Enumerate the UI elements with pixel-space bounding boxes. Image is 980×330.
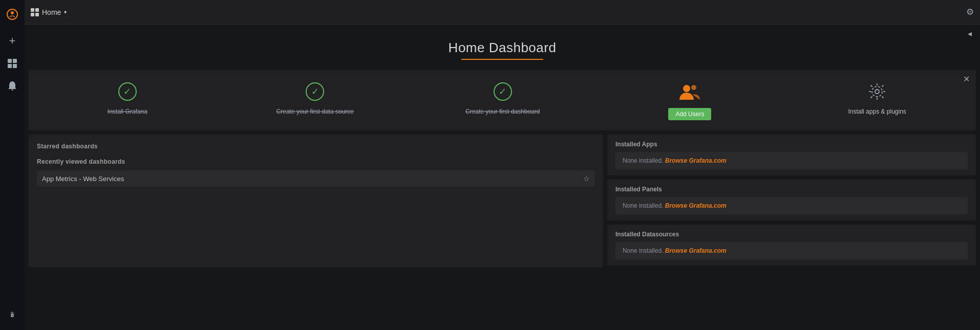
topbar-settings-icon[interactable]: ⚙ xyxy=(966,7,974,17)
installed-apps-panel: Installed Apps None installed. Browse Gr… xyxy=(607,135,976,175)
svg-rect-3 xyxy=(13,59,17,63)
installed-datasources-panel: Installed Datasources None installed. Br… xyxy=(607,225,976,266)
topbar: Home ▾ ⚙ xyxy=(25,0,980,25)
check-circle-datasource: ✓ xyxy=(306,82,324,101)
dashboard-check-icon: ✓ xyxy=(492,80,514,103)
svg-rect-2 xyxy=(8,59,12,63)
browse-grafana-panels-link[interactable]: Browse Grafana.com xyxy=(665,202,727,209)
setup-panel: ✕ ✓ Install Grafana ✓ Create your first … xyxy=(29,70,976,130)
dashboard-item-name: App Metrics - Web Services xyxy=(42,175,124,183)
svg-rect-4 xyxy=(8,64,12,68)
svg-point-9 xyxy=(875,90,879,94)
setup-step-datasource: ✓ Create your first data source xyxy=(276,80,354,115)
dashboard-item[interactable]: App Metrics - Web Services ☆ xyxy=(37,170,595,187)
installed-apps-empty: None installed. Browse Grafana.com xyxy=(615,152,968,169)
users-icon xyxy=(678,80,701,103)
content-area: Home Dashboard ◂ ✕ ✓ Install Grafana ✓ C… xyxy=(25,25,980,330)
sidebar-add[interactable]: + xyxy=(2,31,23,51)
setup-step-users: Add Users xyxy=(651,80,728,120)
svg-point-10 xyxy=(872,86,882,97)
sidebar-alerts[interactable] xyxy=(2,76,23,96)
grafana-logo[interactable] xyxy=(2,4,23,25)
datasource-check-icon: ✓ xyxy=(304,80,326,103)
add-users-button[interactable]: Add Users xyxy=(668,108,711,120)
starred-section-title: Starred dashboards xyxy=(37,143,595,150)
lower-panels: Starred dashboards Recently viewed dashb… xyxy=(29,135,976,268)
check-circle-install: ✓ xyxy=(118,82,137,101)
plugins-icon xyxy=(866,80,888,103)
setup-step-dashboard: ✓ Create your first dashboard xyxy=(464,80,541,115)
dashboard-title-area: Home Dashboard ◂ xyxy=(25,25,980,70)
dashboards-panel: Starred dashboards Recently viewed dashb… xyxy=(29,135,603,268)
check-circle-dashboard: ✓ xyxy=(494,82,512,101)
collapse-button[interactable]: ◂ xyxy=(968,29,972,38)
svg-rect-5 xyxy=(13,64,17,68)
installed-panels-panel: Installed Panels None installed. Browse … xyxy=(607,180,976,221)
dashboard-label: Create your first dashboard xyxy=(465,108,540,115)
setup-step-install: ✓ Install Grafana xyxy=(89,80,166,115)
sidebar: + xyxy=(0,0,25,330)
topbar-caret-icon: ▾ xyxy=(64,9,67,15)
svg-point-8 xyxy=(691,85,696,90)
browse-grafana-datasources-link[interactable]: Browse Grafana.com xyxy=(665,247,727,254)
install-check-icon: ✓ xyxy=(116,80,139,103)
grid-icon xyxy=(31,8,39,16)
datasource-label: Create your first data source xyxy=(276,108,354,115)
right-panels: Installed Apps None installed. Browse Gr… xyxy=(607,135,976,268)
svg-point-7 xyxy=(683,85,690,92)
installed-panels-empty: None installed. Browse Grafana.com xyxy=(615,197,968,214)
setup-close-button[interactable]: ✕ xyxy=(963,74,970,84)
installed-apps-title: Installed Apps xyxy=(615,141,968,148)
dashboard-title: Home Dashboard xyxy=(25,40,980,60)
installed-datasources-empty: None installed. Browse Grafana.com xyxy=(615,242,968,259)
svg-point-1 xyxy=(11,11,14,14)
recently-viewed-section-title: Recently viewed dashboards xyxy=(37,158,595,165)
topbar-home-label: Home xyxy=(42,8,61,16)
main-area: Home ▾ ⚙ Home Dashboard ◂ ✕ ✓ Install Gr… xyxy=(25,0,980,330)
star-icon[interactable]: ☆ xyxy=(583,174,590,183)
setup-step-plugins: Install apps & plugins xyxy=(839,80,915,115)
sidebar-settings[interactable] xyxy=(2,305,23,326)
topbar-home-nav[interactable]: Home ▾ xyxy=(31,8,67,16)
sidebar-dashboards[interactable] xyxy=(2,53,23,74)
installed-datasources-title: Installed Datasources xyxy=(615,231,968,238)
installed-panels-title: Installed Panels xyxy=(615,186,968,193)
install-label: Install Grafana xyxy=(108,108,147,115)
browse-grafana-apps-link[interactable]: Browse Grafana.com xyxy=(665,157,727,164)
plugins-label: Install apps & plugins xyxy=(848,108,906,115)
svg-rect-6 xyxy=(12,90,13,91)
